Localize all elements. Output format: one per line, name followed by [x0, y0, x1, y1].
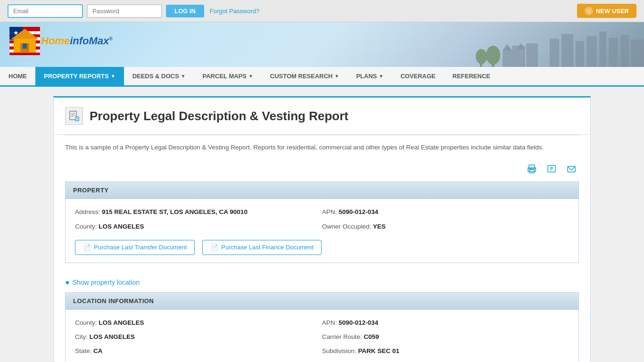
forgot-password-link[interactable]: Forgot Password? [210, 8, 260, 15]
svg-rect-28 [492, 58, 495, 67]
property-section: PROPERTY Address: 915 REAL ESTATE ST, LO… [65, 181, 579, 263]
svg-rect-38 [529, 165, 535, 169]
nav-property-reports[interactable]: PROPERTY REPORTS ▼ [35, 67, 124, 85]
doc-finance-icon: 📄 [210, 244, 218, 251]
svg-rect-9 [23, 43, 27, 49]
nav-custom-research-arrow: ▼ [335, 74, 339, 79]
nav-property-reports-arrow: ▼ [111, 74, 116, 79]
svg-rect-20 [631, 40, 644, 67]
property-grid: Address: 915 REAL ESTATE ST, LOS ANGELES… [75, 206, 569, 232]
nav-custom-research[interactable]: CUSTOM RESEARCH ▼ [262, 67, 348, 85]
svg-rect-17 [599, 32, 606, 67]
address-field: Address: 915 REAL ESTATE ST, LOS ANGELES… [75, 206, 322, 218]
show-location-link[interactable]: ● Show property location [54, 272, 590, 292]
purchase-transfer-doc-button[interactable]: 📄 Purchase Last Transfer Document [75, 240, 195, 255]
email-input[interactable] [8, 4, 83, 18]
location-section-body: County: LOS ANGELES APN: 5090-012-034 Ci… [66, 310, 578, 362]
location-info-section: LOCATION INFORMATION County: LOS ANGELES… [65, 292, 579, 362]
password-input[interactable] [87, 4, 162, 18]
report-title: Property Legal Description & Vesting Rep… [90, 109, 348, 123]
svg-rect-15 [576, 41, 584, 67]
nav-deeds-docs-arrow: ▼ [181, 74, 186, 79]
email-button[interactable] [564, 162, 579, 177]
print-button[interactable] [524, 162, 539, 177]
county-field: County: LOS ANGELES [75, 221, 322, 232]
property-section-body: Address: 915 REAL ESTATE ST, LOS ANGELES… [66, 199, 578, 263]
svg-rect-14 [561, 34, 573, 67]
site-logo: ★ HomeinfoMax® [9, 27, 113, 55]
svg-rect-19 [620, 35, 629, 67]
svg-rect-41 [530, 169, 531, 170]
svg-rect-25 [517, 49, 525, 67]
carrier-route-field: Carrier Route: C059 [322, 331, 569, 343]
location-section-header: LOCATION INFORMATION [66, 293, 578, 310]
svg-rect-21 [526, 43, 538, 67]
svg-rect-18 [609, 38, 618, 67]
download-button[interactable] [544, 162, 559, 177]
nav-home[interactable]: HOME [0, 67, 35, 85]
purchase-finance-doc-button[interactable]: 📄 Purchase Last Finance Document [202, 240, 322, 255]
location-county-field: County: LOS ANGELES [75, 317, 322, 329]
nav-coverage[interactable]: COVERAGE [392, 67, 444, 85]
nav-parcel-maps-arrow: ▼ [248, 74, 253, 79]
property-section-header: PROPERTY [66, 182, 578, 199]
location-apn-field: APN: 5090-012-034 [322, 317, 569, 329]
report-description: This is a sample of a Property Legal Des… [54, 135, 590, 160]
apn-field: APN: 5090-012-034 [322, 206, 569, 218]
user-icon: ☺ [585, 7, 593, 15]
svg-rect-23 [503, 50, 512, 67]
main-content: Property Legal Description & Vesting Rep… [53, 96, 591, 362]
owner-occupied-field: Owner Occupied: YES [322, 221, 569, 232]
report-actions [54, 160, 590, 181]
login-bar: LOG IN Forgot Password? ☺ NEW USER [0, 0, 644, 22]
nav-parcel-maps[interactable]: PARCEL MAPS ▼ [194, 67, 262, 85]
main-nav: HOME PROPERTY REPORTS ▼ DEEDS & DOCS ▼ P… [0, 67, 644, 87]
nav-reference[interactable]: REFERENCE [444, 67, 499, 85]
svg-rect-16 [586, 36, 597, 67]
subdivision-field: Subdivision: PARK SEC 01 [322, 346, 569, 357]
location-grid: County: LOS ANGELES APN: 5090-012-034 Ci… [75, 317, 569, 362]
doc-transfer-icon: 📄 [83, 244, 91, 251]
site-banner: ★ HomeinfoMax® [0, 22, 644, 67]
location-state-field: State: CA [75, 346, 322, 357]
svg-rect-30 [480, 60, 482, 67]
svg-rect-13 [550, 39, 559, 67]
report-icon [65, 107, 83, 125]
nav-deeds-docs[interactable]: DEEDS & DOCS ▼ [124, 67, 194, 85]
nav-plans[interactable]: PLANS ▼ [347, 67, 392, 85]
report-header: Property Legal Description & Vesting Rep… [54, 98, 590, 135]
document-buttons: 📄 Purchase Last Transfer Document 📄 Purc… [75, 240, 569, 255]
location-pin-icon: ● [65, 278, 70, 287]
nav-plans-arrow: ▼ [379, 74, 383, 79]
new-user-button[interactable]: ☺ NEW USER [577, 4, 636, 18]
location-city-field: City: LOS ANGELES [75, 331, 322, 343]
zip-field: ZIP+4: 90010-1234 [75, 360, 322, 362]
svg-marker-24 [503, 44, 512, 50]
login-button[interactable]: LOG IN [166, 5, 204, 17]
